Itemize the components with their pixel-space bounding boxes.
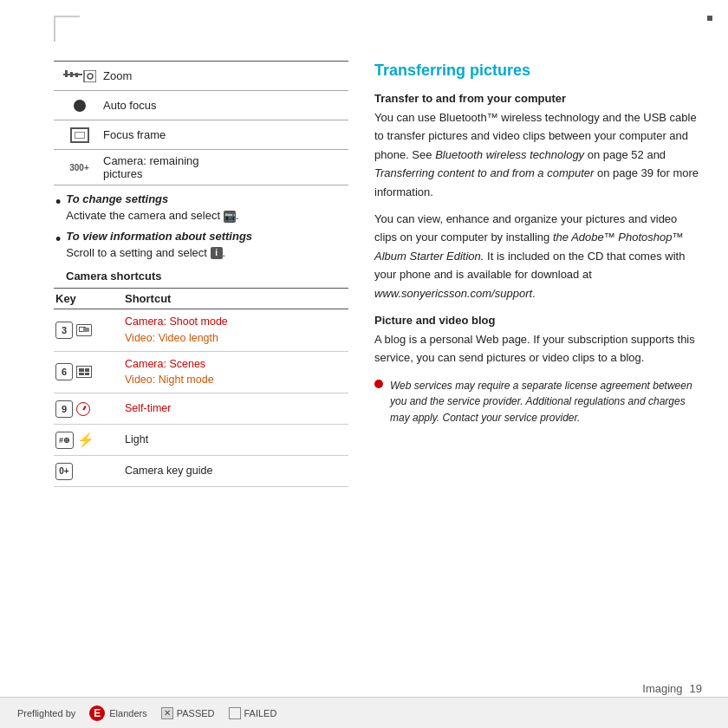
svg-rect-2: [70, 72, 73, 77]
key-cell-9: 9: [55, 400, 125, 418]
passed-badge: ✕ PASSED: [161, 707, 215, 719]
elanders-brand: Elanders: [109, 708, 146, 718]
instructions-section: • To change settings Activate the camera…: [54, 192, 348, 261]
shortcut-row-hash: #⊕ ⚡ Light: [54, 425, 348, 456]
failed-badge: FAILED: [229, 707, 277, 719]
key-cell-0: 0+: [55, 463, 125, 480]
main-content: Zoom Auto focus Focus frame: [54, 61, 702, 676]
info-icon-inline: i: [211, 247, 223, 259]
svg-point-5: [88, 74, 93, 79]
shortcut-6-text: Camera: Scenes Video: Night mode: [125, 356, 347, 389]
bullet-view: •: [55, 230, 61, 262]
focusframe-icon-cell: [55, 127, 103, 143]
key-cell-hash: #⊕ ⚡: [55, 432, 125, 449]
shortcut-3-text: Camera: Shoot mode Video: Video length: [125, 314, 347, 347]
svg-rect-4: [84, 70, 96, 82]
corner-mark-tr: [707, 16, 712, 21]
section1-heading: Transfer to and from your computer: [374, 92, 566, 105]
change-settings-heading: To change settings: [66, 192, 238, 205]
zoom-icon: [63, 70, 96, 82]
shortcut-3-line1: Camera: Shoot mode: [125, 315, 228, 328]
preflight-logo: E Elanders: [89, 705, 146, 721]
key-6-button: 6: [55, 363, 73, 380]
notice-dot: [374, 380, 383, 388]
autofocus-label: Auto focus: [103, 99, 347, 112]
section3-text: A blog is a personal Web page. If your s…: [374, 333, 695, 364]
svg-rect-3: [75, 73, 78, 77]
shoot-mode-icon: [76, 324, 92, 336]
corner-mark-tl: [54, 16, 80, 42]
section1-content: Transfer to and from your computer You c…: [374, 89, 702, 201]
page-footer: Imaging 19: [642, 682, 702, 695]
focusframe-label: Focus frame: [103, 128, 347, 141]
section-title: Transferring pictures: [374, 61, 702, 81]
page-container: Zoom Auto focus Focus frame: [0, 0, 728, 728]
key-hash-button: #⊕: [55, 432, 74, 449]
key-cell-6: 6: [55, 363, 125, 380]
passed-check: ✕: [161, 707, 173, 719]
shortcut-9-text: Self-timer: [125, 400, 347, 417]
footer-page-num: 19: [690, 682, 702, 695]
shortcut-6-line2: Video: Night mode: [125, 374, 214, 386]
shortcut-hash-text: Light: [125, 432, 347, 448]
change-settings-item: • To change settings Activate the camera…: [55, 192, 348, 224]
table-row: Zoom: [54, 62, 348, 91]
shortcuts-table: Key Shortcut 3 Camera: Shoot mode Video:…: [54, 288, 348, 487]
zoom-label: Zoom: [103, 69, 347, 82]
key-9-button: 9: [55, 400, 73, 418]
shortcuts-heading: Camera shortcuts: [54, 270, 348, 283]
zoom-icon-cell: [55, 70, 103, 82]
svg-rect-1: [65, 70, 68, 77]
view-settings-item: • To view information about settings Scr…: [55, 230, 348, 262]
icon-table: Zoom Auto focus Focus frame: [54, 61, 348, 185]
view-settings-text: Scroll to a setting and select i.: [66, 244, 252, 262]
left-column: Zoom Auto focus Focus frame: [54, 61, 348, 676]
notice-text: Web services may require a separate lice…: [390, 378, 702, 426]
elanders-icon: E: [89, 705, 105, 721]
key-cell-3: 3: [55, 322, 125, 339]
failed-check: [229, 707, 241, 719]
table-row: Focus frame: [54, 120, 348, 150]
shortcut-row-0: 0+ Camera key guide: [54, 456, 348, 487]
failed-label: FAILED: [244, 708, 277, 718]
preflight-bar: Preflighted by E Elanders ✕ PASSED FAILE…: [0, 697, 728, 728]
light-icon: ⚡: [77, 432, 94, 448]
remaining-label: Camera: remainingpictures: [103, 154, 347, 180]
bullet-change: •: [55, 192, 61, 224]
scenes-icon: [76, 366, 92, 378]
table-row: 300+ Camera: remainingpictures: [54, 150, 348, 185]
section1-text: You can use Bluetooth™ wireless technolo…: [374, 111, 699, 198]
300plus-icon: 300+: [69, 163, 89, 172]
passed-label: PASSED: [177, 708, 215, 718]
change-settings-text: Activate the camera and select 📷.: [66, 207, 238, 224]
autofocus-icon-cell: [55, 100, 103, 112]
section3-content: Picture and video blog A blog is a perso…: [374, 311, 702, 367]
col-header-key: Key: [55, 292, 125, 305]
shortcut-6-line1: Camera: Scenes: [125, 358, 205, 370]
300plus-icon-cell: 300+: [55, 163, 103, 172]
camera-icon-inline: 📷: [224, 211, 236, 223]
shortcut-9-line1: Self-timer: [125, 402, 171, 414]
shortcut-3-line2: Video: Video length: [125, 332, 218, 344]
notice-bullet: [374, 380, 383, 388]
footer-label: Imaging: [642, 682, 682, 695]
preflight-label: Preflighted by: [17, 708, 75, 718]
shortcut-hash-line1: Light: [125, 433, 148, 445]
key-0-button: 0+: [55, 463, 73, 480]
col-header-shortcut: Shortcut: [125, 292, 347, 305]
shortcut-row-3: 3 Camera: Shoot mode Video: Video length: [54, 309, 348, 352]
shortcut-row-9: 9 Self-timer: [54, 393, 348, 425]
view-settings-heading: To view information about settings: [66, 230, 252, 243]
selftimer-icon: [76, 402, 90, 416]
shortcuts-header: Key Shortcut: [54, 289, 348, 309]
focusframe-icon: [70, 127, 89, 143]
shortcut-row-6: 6 Camera: Scenes Video: Night mode: [54, 352, 348, 394]
right-column: Transferring pictures Transfer to and fr…: [374, 61, 702, 676]
section2-text: You can view, enhance and organize your …: [374, 210, 702, 302]
notice-box: Web services may require a separate lice…: [374, 378, 702, 426]
autofocus-icon: [74, 100, 86, 112]
key-3-button: 3: [55, 322, 73, 339]
shortcut-0-text: Camera key guide: [125, 463, 347, 479]
table-row: Auto focus: [54, 91, 348, 120]
shortcut-0-line1: Camera key guide: [125, 465, 212, 477]
